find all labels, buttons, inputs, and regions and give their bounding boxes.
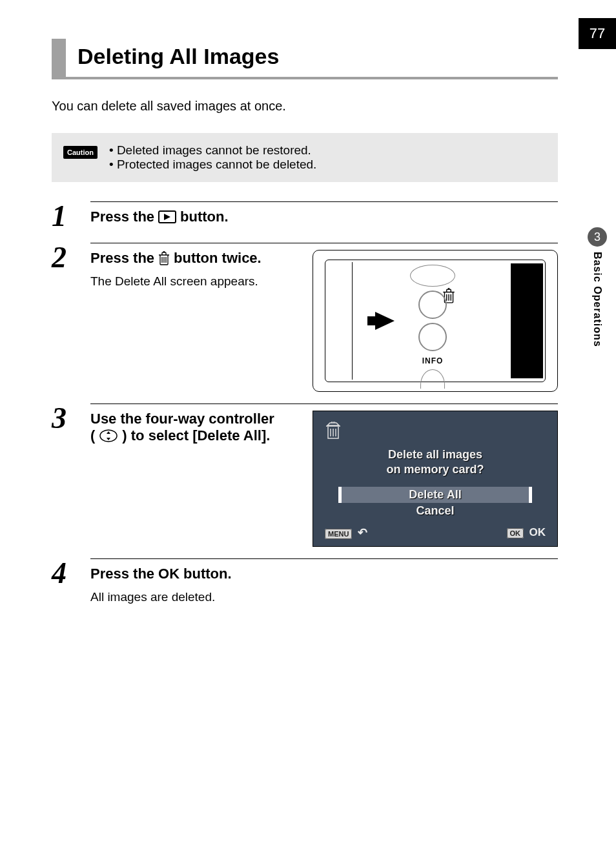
step-number: 4	[52, 558, 77, 604]
playback-icon	[158, 210, 176, 223]
step-number: 3	[52, 403, 77, 547]
info-label: INFO	[422, 356, 444, 365]
heading-accent	[52, 39, 66, 77]
page-content: Deleting All Images You can delete all s…	[0, 0, 616, 604]
ok-badge: OK	[507, 528, 524, 538]
camera-back-diagram: INFO	[313, 250, 558, 392]
step-4-desc: All images are deleted.	[90, 590, 558, 604]
lcd-message: Delete all images on memory card?	[325, 447, 546, 478]
ok-button-label: OK	[158, 566, 180, 582]
lcd-delete-all-screen: Delete all images on memory card? Delete…	[313, 411, 558, 547]
lcd-option-delete-all: Delete All	[342, 487, 529, 503]
chapter-side-tab: 3 Basic Operations	[579, 227, 616, 347]
lcd-footer: MENU ↶ OK OK	[325, 526, 546, 540]
section-heading: Deleting All Images	[77, 39, 279, 77]
step-number: 1	[52, 201, 77, 231]
step-number: 2	[52, 243, 77, 392]
page-number: 77	[590, 25, 605, 42]
intro-text: You can delete all saved images at once.	[52, 99, 558, 114]
step-2-title: Press the button twice.	[90, 250, 301, 267]
menu-badge: MENU	[325, 529, 352, 539]
step-3: 3 Use the four-way controller ( ) to sel…	[52, 403, 558, 547]
step-4: 4 Press the OK button. All images are de…	[52, 558, 558, 604]
step-1-title: Press the button.	[90, 209, 558, 225]
ok-label: OK	[529, 526, 546, 538]
trash-icon	[158, 251, 170, 265]
step-2: 2 Press the button twice. The Delete All…	[52, 243, 558, 392]
camera-bottom-button	[420, 369, 445, 389]
chapter-title: Basic Operations	[591, 252, 603, 347]
caution-item: Deleted images cannot be restored.	[109, 143, 316, 158]
four-way-up-down-icon	[99, 429, 118, 443]
caution-item: Protected images cannot be deleted.	[109, 158, 316, 172]
return-arrow-icon: ↶	[358, 526, 367, 539]
page-number-tab: 77	[579, 18, 616, 49]
trash-outline-icon	[325, 422, 546, 442]
camera-top-button	[410, 265, 455, 287]
arrow-icon	[375, 312, 395, 330]
caution-badge: Caution	[63, 146, 98, 159]
step-4-title: Press the OK button.	[90, 566, 558, 582]
step-3-title-line2: ( ) to select [Delete All].	[90, 427, 301, 444]
caution-list: Deleted images cannot be restored. Prote…	[109, 143, 316, 172]
lcd-option-cancel: Cancel	[342, 503, 529, 519]
step-2-desc: The Delete All screen appears.	[90, 274, 301, 289]
chapter-number-badge: 3	[588, 227, 607, 247]
step-1: 1 Press the button.	[52, 201, 558, 231]
step-3-title: Use the four-way controller	[90, 411, 301, 427]
caution-block: Caution Deleted images cannot be restore…	[52, 133, 558, 182]
camera-delete-button	[418, 291, 447, 319]
camera-info-button	[418, 323, 447, 351]
section-heading-bar: Deleting All Images	[52, 39, 558, 79]
